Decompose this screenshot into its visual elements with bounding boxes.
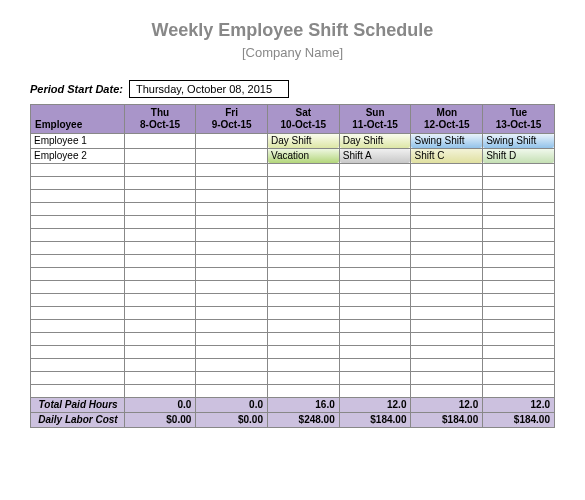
shift-cell[interactable]	[483, 333, 555, 346]
shift-cell[interactable]	[196, 320, 268, 333]
shift-cell[interactable]	[267, 333, 339, 346]
shift-cell[interactable]	[411, 203, 483, 216]
shift-cell[interactable]	[483, 203, 555, 216]
shift-cell[interactable]	[339, 333, 411, 346]
employee-name-cell[interactable]	[31, 203, 125, 216]
shift-cell[interactable]	[267, 294, 339, 307]
shift-cell[interactable]: Vacation	[267, 149, 339, 164]
shift-cell[interactable]	[411, 255, 483, 268]
employee-name-cell[interactable]	[31, 359, 125, 372]
shift-cell[interactable]	[124, 385, 196, 398]
shift-cell[interactable]	[124, 268, 196, 281]
shift-cell[interactable]	[124, 294, 196, 307]
shift-cell[interactable]	[411, 242, 483, 255]
shift-cell[interactable]	[124, 203, 196, 216]
shift-cell[interactable]	[196, 385, 268, 398]
shift-cell[interactable]	[411, 320, 483, 333]
shift-cell[interactable]	[267, 268, 339, 281]
shift-cell[interactable]	[267, 307, 339, 320]
shift-cell[interactable]	[483, 294, 555, 307]
shift-cell[interactable]	[267, 320, 339, 333]
shift-cell[interactable]	[411, 281, 483, 294]
shift-cell[interactable]	[411, 216, 483, 229]
shift-cell[interactable]: Day Shift	[339, 134, 411, 149]
shift-cell[interactable]	[483, 320, 555, 333]
employee-name-cell[interactable]	[31, 242, 125, 255]
employee-name-cell[interactable]	[31, 320, 125, 333]
shift-cell[interactable]	[267, 346, 339, 359]
shift-cell[interactable]	[339, 385, 411, 398]
shift-cell[interactable]	[483, 281, 555, 294]
shift-cell[interactable]: Shift C	[411, 149, 483, 164]
shift-cell[interactable]	[339, 294, 411, 307]
shift-cell[interactable]	[483, 164, 555, 177]
shift-cell[interactable]	[196, 333, 268, 346]
shift-cell[interactable]	[411, 307, 483, 320]
shift-cell[interactable]: Swing Shift	[411, 134, 483, 149]
shift-cell[interactable]	[339, 229, 411, 242]
shift-cell[interactable]	[196, 281, 268, 294]
shift-cell[interactable]	[267, 372, 339, 385]
shift-cell[interactable]	[411, 294, 483, 307]
shift-cell[interactable]	[124, 281, 196, 294]
shift-cell[interactable]	[196, 164, 268, 177]
employee-name-cell[interactable]	[31, 164, 125, 177]
shift-cell[interactable]	[124, 307, 196, 320]
shift-cell[interactable]	[267, 385, 339, 398]
shift-cell[interactable]	[196, 177, 268, 190]
shift-cell[interactable]	[339, 190, 411, 203]
period-start-date-input[interactable]	[129, 80, 289, 98]
shift-cell[interactable]	[124, 134, 196, 149]
employee-name-cell[interactable]	[31, 385, 125, 398]
shift-cell[interactable]	[267, 242, 339, 255]
shift-cell[interactable]	[339, 320, 411, 333]
shift-cell[interactable]	[411, 333, 483, 346]
shift-cell[interactable]	[124, 149, 196, 164]
shift-cell[interactable]	[267, 177, 339, 190]
shift-cell[interactable]	[483, 190, 555, 203]
employee-name-cell[interactable]	[31, 346, 125, 359]
shift-cell[interactable]	[196, 229, 268, 242]
shift-cell[interactable]	[196, 294, 268, 307]
shift-cell[interactable]	[483, 229, 555, 242]
shift-cell[interactable]	[411, 359, 483, 372]
shift-cell[interactable]	[339, 307, 411, 320]
employee-name-cell[interactable]	[31, 229, 125, 242]
shift-cell[interactable]	[196, 216, 268, 229]
shift-cell[interactable]	[267, 255, 339, 268]
shift-cell[interactable]	[411, 346, 483, 359]
shift-cell[interactable]	[124, 164, 196, 177]
shift-cell[interactable]	[196, 134, 268, 149]
shift-cell[interactable]	[483, 268, 555, 281]
shift-cell[interactable]	[483, 216, 555, 229]
shift-cell[interactable]	[483, 242, 555, 255]
shift-cell[interactable]	[196, 190, 268, 203]
shift-cell[interactable]	[411, 229, 483, 242]
employee-name-cell[interactable]: Employee 2	[31, 149, 125, 164]
shift-cell[interactable]	[411, 372, 483, 385]
shift-cell[interactable]	[339, 164, 411, 177]
shift-cell[interactable]	[267, 229, 339, 242]
shift-cell[interactable]	[124, 333, 196, 346]
shift-cell[interactable]	[196, 359, 268, 372]
employee-name-cell[interactable]	[31, 307, 125, 320]
shift-cell[interactable]	[124, 372, 196, 385]
shift-cell[interactable]	[196, 307, 268, 320]
shift-cell[interactable]	[339, 372, 411, 385]
shift-cell[interactable]	[411, 190, 483, 203]
shift-cell[interactable]: Day Shift	[267, 134, 339, 149]
shift-cell[interactable]	[196, 372, 268, 385]
shift-cell[interactable]	[411, 164, 483, 177]
shift-cell[interactable]	[267, 203, 339, 216]
shift-cell[interactable]	[339, 242, 411, 255]
shift-cell[interactable]	[196, 203, 268, 216]
shift-cell[interactable]	[483, 359, 555, 372]
shift-cell[interactable]	[267, 164, 339, 177]
shift-cell[interactable]	[267, 359, 339, 372]
shift-cell[interactable]	[196, 346, 268, 359]
employee-name-cell[interactable]	[31, 281, 125, 294]
shift-cell[interactable]: Swing Shift	[483, 134, 555, 149]
shift-cell[interactable]	[124, 177, 196, 190]
shift-cell[interactable]	[339, 346, 411, 359]
shift-cell[interactable]	[124, 216, 196, 229]
